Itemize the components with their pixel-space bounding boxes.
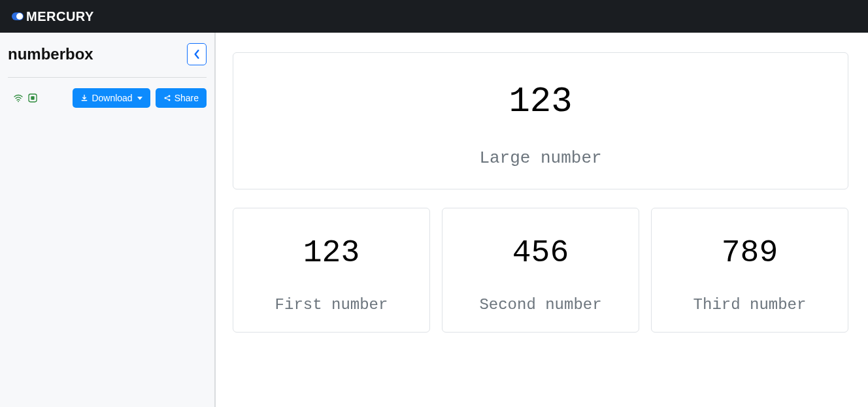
download-button[interactable]: Download: [73, 88, 150, 108]
svg-point-0: [18, 101, 19, 102]
brand-logo[interactable]: MERCURY: [12, 9, 94, 24]
svg-point-4: [168, 95, 170, 97]
stop-icon[interactable]: [27, 93, 38, 103]
main-content: 123 Large number 123 First number 456 Se…: [216, 33, 868, 407]
number-value: 456: [449, 237, 632, 269]
svg-point-3: [164, 97, 166, 99]
download-icon: [80, 94, 88, 102]
number-label: Second number: [449, 296, 632, 314]
number-value: 123: [240, 237, 423, 269]
number-card-large: 123 Large number: [233, 52, 848, 189]
sidebar: numberbox: [0, 33, 216, 407]
share-label: Share: [175, 93, 199, 103]
number-label: Large number: [244, 148, 837, 168]
number-card: 123 First number: [233, 208, 430, 333]
divider: [8, 77, 207, 78]
page-title: numberbox: [8, 45, 93, 63]
number-label: First number: [240, 296, 423, 314]
number-label: Third number: [658, 296, 841, 314]
brand-name: MERCURY: [26, 9, 94, 24]
toggle-icon: [12, 12, 24, 20]
collapse-sidebar-button[interactable]: [187, 43, 207, 65]
wifi-icon: [13, 93, 24, 103]
download-label: Download: [92, 93, 132, 103]
svg-rect-2: [31, 96, 34, 99]
share-icon: [163, 94, 171, 102]
topbar: MERCURY: [0, 0, 868, 33]
number-card: 789 Third number: [651, 208, 848, 333]
chevron-down-icon: [137, 97, 142, 100]
svg-point-5: [168, 99, 170, 101]
status-icons: [8, 93, 38, 103]
share-button[interactable]: Share: [156, 88, 207, 108]
chevron-left-icon: [193, 50, 200, 59]
number-card: 456 Second number: [442, 208, 639, 333]
number-value: 789: [658, 237, 841, 269]
number-value: 123: [244, 84, 837, 120]
